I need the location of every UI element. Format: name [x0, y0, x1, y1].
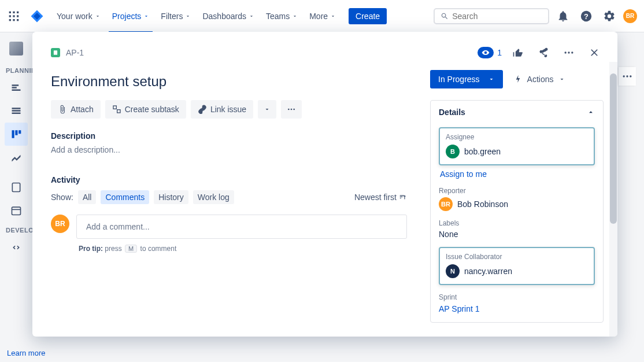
actions-dropdown[interactable]: Actions [513, 75, 565, 84]
collaborator-name: nancy.warren [464, 267, 512, 276]
protip-key: M [125, 245, 137, 253]
assignee-avatar: B [446, 145, 460, 158]
svg-point-16 [630, 75, 631, 77]
sidebar-board-icon[interactable] [5, 123, 28, 146]
link-dropdown-button[interactable] [258, 100, 276, 119]
tab-history[interactable]: History [154, 190, 188, 204]
sort-label: Newest first [354, 193, 397, 202]
issue-modal: AP-1 1 Environment setup Attach Create s… [32, 32, 617, 337]
help-icon[interactable]: ? [577, 7, 595, 25]
sidebar-code-icon[interactable] [5, 236, 28, 259]
issue-type-icon[interactable] [51, 48, 60, 57]
btn-label: Create subtask [125, 105, 179, 114]
reporter-field[interactable]: Reporter BR Bob Robinson [439, 187, 595, 211]
status-dropdown[interactable]: In Progress [430, 70, 503, 88]
tab-comments[interactable]: Comments [101, 190, 149, 204]
assignee-label: Assignee [446, 133, 588, 141]
reporter-avatar: BR [439, 197, 453, 211]
sprint-link[interactable]: AP Sprint 1 [439, 304, 480, 313]
nav-label: Filters [161, 12, 183, 21]
activity-label: Activity [51, 175, 407, 184]
create-button[interactable]: Create [349, 8, 387, 24]
description-field[interactable]: Add a description... [51, 145, 407, 154]
current-user-avatar: BR [51, 215, 69, 233]
nav-projects[interactable]: Projects [109, 9, 153, 23]
more-actions-button[interactable] [281, 100, 302, 119]
close-icon[interactable] [585, 43, 604, 62]
sidebar-backlog-icon[interactable] [5, 99, 28, 123]
issue-key[interactable]: AP-1 [66, 48, 84, 57]
bolt-icon [513, 75, 523, 84]
app-switcher[interactable] [7, 9, 21, 23]
issue-title[interactable]: Environment setup [51, 73, 407, 90]
project-avatar[interactable] [9, 42, 23, 56]
nav-label: More [309, 12, 328, 21]
details-toggle[interactable]: Details [431, 101, 603, 124]
notifications-icon[interactable] [554, 7, 572, 25]
share-icon[interactable] [534, 43, 553, 62]
assign-to-me-link[interactable]: Assign to me [440, 169, 487, 179]
chevron-down-icon [95, 13, 101, 19]
protip-rest: to comment [140, 245, 177, 253]
svg-rect-2 [17, 11, 18, 13]
svg-rect-11 [12, 183, 20, 192]
tab-all[interactable]: All [78, 190, 97, 204]
nav-dashboards[interactable]: Dashboards [199, 9, 258, 23]
reporter-name: Bob Robinson [457, 200, 508, 209]
scrollbar-thumb[interactable] [610, 73, 617, 224]
sprint-field[interactable]: Sprint AP Sprint 1 [439, 293, 595, 314]
jira-logo[interactable] [30, 9, 44, 23]
create-subtask-button[interactable]: Create subtask [105, 100, 186, 119]
chevron-down-icon [249, 13, 254, 19]
learn-more-link[interactable]: Learn more [7, 349, 119, 357]
labels-field[interactable]: Labels None [439, 219, 595, 239]
watch-button[interactable]: 1 [478, 47, 502, 58]
link-issue-button[interactable]: Link issue [191, 100, 253, 119]
details-label: Details [439, 108, 465, 117]
nav-teams[interactable]: Teams [262, 9, 301, 23]
tab-worklog[interactable]: Work log [193, 190, 234, 204]
show-label: Show: [51, 193, 73, 202]
svg-text:?: ? [584, 12, 589, 20]
collaborator-avatar: N [446, 264, 460, 278]
svg-point-25 [293, 109, 295, 110]
search-box[interactable] [434, 8, 549, 24]
chevron-down-icon [185, 13, 191, 19]
svg-rect-12 [12, 207, 21, 215]
sidebar-section-planning: PLANNING [0, 62, 32, 76]
sort-toggle[interactable]: Newest first [354, 193, 407, 202]
sidebar-calendar-icon[interactable] [5, 199, 28, 222]
sidebar-section-development: DEVELOPMENT [0, 222, 32, 236]
scrollbar-track[interactable] [609, 62, 617, 337]
comment-input[interactable]: Add a comment... [76, 215, 407, 239]
nav-more[interactable]: More [306, 9, 339, 23]
assignee-field[interactable]: Assignee B bob.green [439, 127, 595, 165]
attach-button[interactable]: Attach [51, 100, 101, 119]
sort-icon [399, 193, 407, 201]
search-icon [441, 12, 449, 21]
vote-icon[interactable] [509, 43, 527, 62]
status-label: In Progress [438, 75, 480, 84]
collaborator-field[interactable]: Issue Collaborator N nancy.warren [439, 247, 595, 285]
settings-icon[interactable] [600, 7, 619, 25]
more-actions-icon[interactable] [560, 43, 578, 62]
svg-rect-7 [13, 19, 14, 21]
chevron-down-icon [292, 13, 298, 19]
sidebar-reports-icon[interactable] [5, 146, 28, 169]
sidebar-timeline-icon[interactable] [5, 76, 28, 99]
svg-rect-5 [17, 15, 18, 17]
bottom-hint: You're in a team-managed project Learn m… [7, 338, 119, 357]
svg-rect-4 [13, 15, 14, 17]
nav-filters[interactable]: Filters [157, 9, 194, 23]
overflow-menu-icon[interactable] [619, 67, 636, 86]
sidebar-pages-icon[interactable] [5, 176, 28, 199]
collaborator-label: Issue Collaborator [446, 253, 588, 261]
chevron-down-icon [488, 76, 495, 83]
svg-point-15 [626, 75, 628, 77]
svg-rect-1 [13, 11, 14, 13]
search-input[interactable] [452, 12, 542, 21]
right-strip-item [619, 95, 636, 112]
user-avatar[interactable]: BR [623, 9, 637, 23]
nav-your-work[interactable]: Your work [53, 9, 104, 23]
svg-point-18 [565, 51, 567, 53]
